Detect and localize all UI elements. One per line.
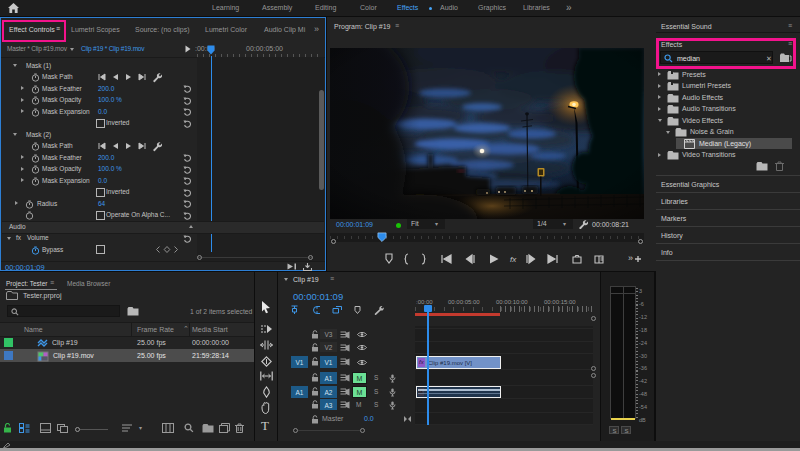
svg-text:»: » xyxy=(628,253,633,263)
svg-text:fx: fx xyxy=(510,255,517,264)
